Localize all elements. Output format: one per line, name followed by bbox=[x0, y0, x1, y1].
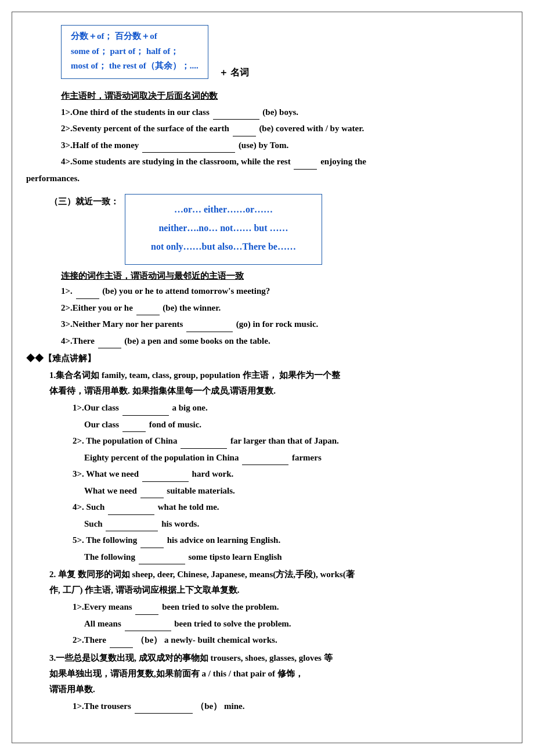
p1-ex3a: 3>. What we need hard work. bbox=[73, 467, 508, 482]
blank-1-2 bbox=[233, 127, 256, 136]
point2-header-cont: 作, 工厂) 作主语, 谓语动词应根据上下文取单复数. bbox=[49, 582, 508, 598]
p1-ex1b: Our class fond of music. bbox=[84, 417, 508, 433]
blank-p3-1 bbox=[135, 704, 193, 714]
p1-ex4b: Such his words. bbox=[84, 517, 508, 532]
section-three: （三）就近一致： …or… either……or…… neither….no… … bbox=[49, 194, 508, 265]
blank-2-2 bbox=[136, 306, 160, 315]
exercise-1-2: 2>.Seventy percent of the surface of the… bbox=[61, 121, 508, 136]
formula-some: some of； bbox=[71, 46, 108, 56]
p3-ex1: 1>.The trousers （be） mine. bbox=[73, 699, 508, 714]
blank-2-3 bbox=[186, 323, 233, 332]
blank-p1-2a bbox=[181, 440, 227, 449]
p1-ex5b: The following some tipsto learn English bbox=[84, 550, 508, 565]
rule-note-2: 连接的词作主语，谓语动词与最邻近的主语一致 bbox=[61, 271, 508, 282]
rule-note-1: 作主语时，谓语动词取决于后面名词的数 bbox=[61, 91, 508, 102]
p1-ex3b: What we need suitable materials. bbox=[84, 484, 508, 499]
point3-line2: 如果单独出现，谓语用复数,如果前面有 a / this / that pair … bbox=[49, 666, 508, 682]
proximity-row1: …or… either……or…… bbox=[139, 200, 308, 219]
plus-noun-label: ＋ 名词 bbox=[219, 67, 249, 79]
point3-header: 3.一些总是以复数出现, 成双成对的事物如 trousers, shoes, g… bbox=[49, 650, 508, 666]
formula-half: half of； bbox=[146, 46, 179, 56]
blank-p1-5b bbox=[139, 555, 185, 564]
point2-header: 2. 单复 数同形的词如 sheep, deer, Chinese, Japan… bbox=[49, 567, 508, 582]
exercise-2-3: 3>.Neither Mary nor her parents (go) in … bbox=[61, 317, 508, 332]
difficult-header: ◆◆【难点讲解】 bbox=[26, 353, 508, 364]
exercise-1-4-cont: performances. bbox=[26, 171, 508, 186]
blank-p1-5a bbox=[140, 539, 164, 548]
proximity-row2: neither….no… not…… but …… bbox=[139, 219, 308, 237]
exercise-1-1: 1>.One third of the students in our clas… bbox=[61, 105, 508, 120]
exercise-1-4: 4>.Some students are studying in the cla… bbox=[61, 154, 508, 170]
blank-p1-4a bbox=[108, 506, 154, 515]
blank-1-3 bbox=[142, 143, 235, 153]
p2-ex2: 2>.There （be） a newly- built chemical wo… bbox=[73, 633, 508, 648]
exercise-1-3: 3>.Half of the money (use) by Tom. bbox=[61, 138, 508, 153]
p2-ex1b: All means been tried to solve the proble… bbox=[84, 617, 508, 632]
point3-line3: 谓语用单数. bbox=[49, 682, 508, 697]
point1-header: 1.集合名词如 family, team, class, group, popu… bbox=[49, 368, 508, 383]
point1-header-cont: 体看待，谓语用单数. 如果指集体里每一个成员,谓语用复数. bbox=[49, 383, 508, 399]
exercise-2-2: 2>.Either you or he (be) the winner. bbox=[61, 301, 508, 316]
p1-ex4a: 4>. Such what he told me. bbox=[73, 500, 508, 515]
exercise-2-4: 4>.There (be) a pen and some books on th… bbox=[61, 334, 508, 349]
p2-ex1a: 1>.Every means been tried to solve the p… bbox=[73, 600, 508, 615]
blank-2-4 bbox=[98, 339, 121, 348]
p1-ex1a: 1>.Our class a big one. bbox=[73, 401, 508, 416]
difficult-header-text: ◆◆【难点讲解】 bbox=[26, 353, 96, 364]
p1-ex2b: Eighty percent of the population in Chin… bbox=[84, 451, 508, 466]
proximity-row3: not only……but also…There be…… bbox=[139, 237, 308, 256]
formula-rest: the rest of（其余）；.... bbox=[109, 61, 199, 70]
blank-p1-3b bbox=[140, 489, 164, 498]
blank-p2-1b bbox=[125, 622, 171, 631]
p1-ex5a: 5>. The following his advice on learning… bbox=[73, 533, 508, 548]
exercise-2-1: 1>. (be) you or he to attend tomorrow's … bbox=[61, 284, 508, 299]
blank-p1-2b bbox=[242, 456, 288, 465]
formula-part: part of； bbox=[110, 46, 145, 56]
blank-1-1 bbox=[213, 110, 259, 120]
formula-line1: 分数＋of； 百分数＋of bbox=[71, 31, 157, 41]
blank-p1-1a bbox=[122, 406, 169, 416]
blank-2-1 bbox=[76, 290, 99, 299]
blank-p2-1a bbox=[135, 606, 158, 615]
p1-ex2a: 2>. The population of China far larger t… bbox=[73, 434, 508, 449]
blank-p1-4b bbox=[106, 522, 158, 531]
blank-p1-1b bbox=[122, 423, 146, 432]
section-three-label: （三）就近一致： bbox=[49, 194, 119, 207]
main-content-box: 分数＋of； 百分数＋of some of； part of； half of；… bbox=[12, 12, 522, 743]
blank-1-4 bbox=[294, 160, 317, 170]
blank-p1-3a bbox=[142, 473, 189, 482]
proximity-box: …or… either……or…… neither….no… not…… but… bbox=[125, 194, 322, 265]
formula-most: most of； bbox=[71, 61, 107, 70]
blank-p2-2 bbox=[110, 639, 133, 648]
formula-box: 分数＋of； 百分数＋of some of； part of； half of；… bbox=[61, 25, 208, 79]
